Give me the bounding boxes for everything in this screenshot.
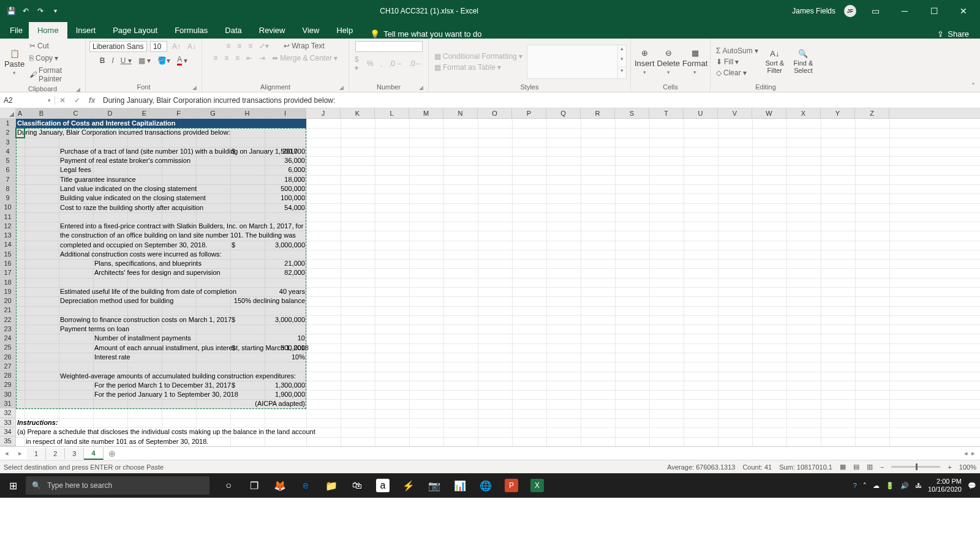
- collapse-ribbon-icon[interactable]: ˄: [971, 82, 975, 91]
- col-header-D[interactable]: D: [93, 108, 127, 118]
- cell[interactable]: 18,000: [265, 175, 306, 184]
- col-header-C[interactable]: C: [59, 108, 93, 118]
- col-header-J[interactable]: J: [306, 108, 341, 118]
- row-header-34[interactable]: 34: [0, 427, 15, 437]
- dialog-launcher-icon[interactable]: ◢: [76, 86, 80, 92]
- qat-customize-icon[interactable]: ▾: [50, 6, 60, 16]
- sort-filter-button[interactable]: A↓Sort & Filter: [763, 49, 787, 74]
- delete-cells-button[interactable]: ⊖Delete▾: [657, 48, 680, 75]
- name-box[interactable]: A2▾: [0, 96, 55, 105]
- cell[interactable]: 300,000: [265, 343, 306, 353]
- cell[interactable]: $: [230, 315, 265, 324]
- insert-cells-button[interactable]: ⊕Insert▾: [635, 48, 655, 75]
- clear-button[interactable]: ◇ Clear ▾: [714, 68, 760, 78]
- cell[interactable]: Weighted-average amounts of accumulated …: [59, 372, 306, 381]
- col-header-Y[interactable]: Y: [821, 108, 855, 118]
- row-header-12[interactable]: 12: [0, 222, 15, 231]
- col-header-O[interactable]: O: [478, 108, 512, 118]
- tab-formulas[interactable]: Formulas: [166, 22, 216, 39]
- row-header-23[interactable]: 23: [0, 324, 15, 334]
- decrease-font-icon[interactable]: A↓: [186, 42, 198, 51]
- cell[interactable]: Payment of real estate broker's commissi…: [59, 156, 265, 165]
- row-header-29[interactable]: 29: [0, 380, 15, 389]
- row-header-31[interactable]: 31: [0, 399, 15, 408]
- decrease-indent-icon[interactable]: ⇤: [244, 53, 254, 63]
- underline-button[interactable]: U ▾: [119, 56, 134, 66]
- dialog-launcher-icon[interactable]: ◢: [339, 84, 344, 91]
- row-header-9[interactable]: 9: [0, 193, 15, 203]
- ribbon-display-icon[interactable]: ▭: [865, 6, 886, 16]
- maximize-button[interactable]: ☐: [924, 6, 944, 16]
- bold-button[interactable]: B: [98, 56, 107, 66]
- cell[interactable]: Additional construction costs were incur…: [59, 250, 306, 259]
- formula-input[interactable]: [99, 96, 980, 105]
- row-header-14[interactable]: 14: [0, 240, 15, 249]
- minimize-button[interactable]: ─: [894, 6, 915, 16]
- row-header-24[interactable]: 24: [0, 334, 15, 343]
- network-icon[interactable]: 🖧: [915, 482, 922, 489]
- cell[interactable]: Instructions:: [16, 418, 127, 427]
- cell[interactable]: Payment terms on loan: [59, 324, 306, 334]
- paste-button[interactable]: 📋 Paste ▾: [4, 49, 25, 76]
- cell[interactable]: 500,000: [265, 184, 306, 193]
- cell[interactable]: the construction of an office building o…: [59, 231, 306, 240]
- cell[interactable]: Entered into a fixed-price contract with…: [59, 222, 306, 231]
- cell[interactable]: 21,000: [265, 259, 306, 268]
- row-header-1[interactable]: 1: [0, 119, 15, 128]
- col-header-Q[interactable]: Q: [546, 108, 581, 118]
- row-header-2[interactable]: 2: [0, 128, 15, 137]
- col-header-X[interactable]: X: [786, 108, 821, 118]
- cell[interactable]: Number of installment payments: [93, 334, 265, 343]
- italic-button[interactable]: I: [110, 56, 115, 66]
- align-right-icon[interactable]: ≡: [233, 53, 241, 63]
- cut-button[interactable]: ✂Cut: [28, 41, 81, 51]
- spreadsheet-icon[interactable]: 📊: [447, 480, 473, 492]
- increase-indent-icon[interactable]: ⇥: [257, 53, 267, 63]
- system-clock[interactable]: 2:00 PM 10/16/2020: [928, 478, 962, 493]
- cancel-formula-icon[interactable]: ✕: [55, 96, 70, 105]
- undo-icon[interactable]: ↶: [21, 6, 31, 16]
- row-header-3[interactable]: 3: [0, 138, 15, 147]
- view-normal-icon[interactable]: ▦: [840, 463, 846, 471]
- firefox-icon[interactable]: 🦊: [267, 480, 293, 492]
- close-button[interactable]: ✕: [953, 6, 974, 16]
- align-left-icon[interactable]: ≡: [211, 53, 219, 63]
- row-header-5[interactable]: 5: [0, 156, 15, 165]
- col-header-S[interactable]: S: [615, 108, 649, 118]
- tray-chevron-icon[interactable]: ˄: [863, 482, 867, 490]
- col-header-H[interactable]: H: [230, 108, 265, 118]
- row-header-28[interactable]: 28: [0, 371, 15, 380]
- cell[interactable]: $: [230, 147, 265, 156]
- border-button[interactable]: ▦ ▾: [137, 56, 153, 66]
- cell[interactable]: Interest rate: [93, 353, 265, 362]
- row-header-10[interactable]: 10: [0, 203, 15, 212]
- cell[interactable]: Architects' fees for design and supervis…: [93, 268, 265, 277]
- cell[interactable]: 500,000: [265, 147, 306, 156]
- cell[interactable]: 100,000: [265, 193, 306, 203]
- cell[interactable]: 36,000: [265, 156, 306, 165]
- tell-me-search[interactable]: 💡 Tell me what you want to do: [370, 29, 481, 39]
- row-header-19[interactable]: 19: [0, 287, 15, 296]
- task-view-icon[interactable]: ❐: [241, 480, 267, 492]
- cell[interactable]: 10: [265, 334, 306, 343]
- sheet-nav-next-icon[interactable]: ▸: [13, 449, 27, 457]
- sheet-tab-4[interactable]: 4: [84, 448, 103, 460]
- align-bottom-icon[interactable]: ≡: [246, 41, 254, 51]
- col-header-I[interactable]: I: [265, 108, 306, 118]
- cell[interactable]: (AICPA adapted): [230, 399, 306, 408]
- sheet-tab-1[interactable]: 1: [27, 448, 46, 459]
- powerpoint-icon[interactable]: P: [505, 479, 518, 492]
- camera-icon[interactable]: 📷: [421, 480, 447, 492]
- hscroll-right-icon[interactable]: ▸: [971, 449, 975, 457]
- insert-function-icon[interactable]: fx: [85, 96, 99, 105]
- cortana-icon[interactable]: ○: [216, 480, 241, 491]
- cell[interactable]: Land value indicated on the closing stat…: [59, 184, 265, 193]
- tab-view[interactable]: View: [293, 22, 328, 39]
- sheet-tab-2[interactable]: 2: [46, 448, 65, 459]
- row-header-13[interactable]: 13: [0, 231, 15, 240]
- col-header-M[interactable]: M: [409, 108, 443, 118]
- redo-icon[interactable]: ↷: [36, 6, 45, 16]
- autosum-button[interactable]: Σ AutoSum ▾: [714, 46, 760, 56]
- hscroll-left-icon[interactable]: ◂: [964, 449, 968, 457]
- row-header-27[interactable]: 27: [0, 362, 15, 371]
